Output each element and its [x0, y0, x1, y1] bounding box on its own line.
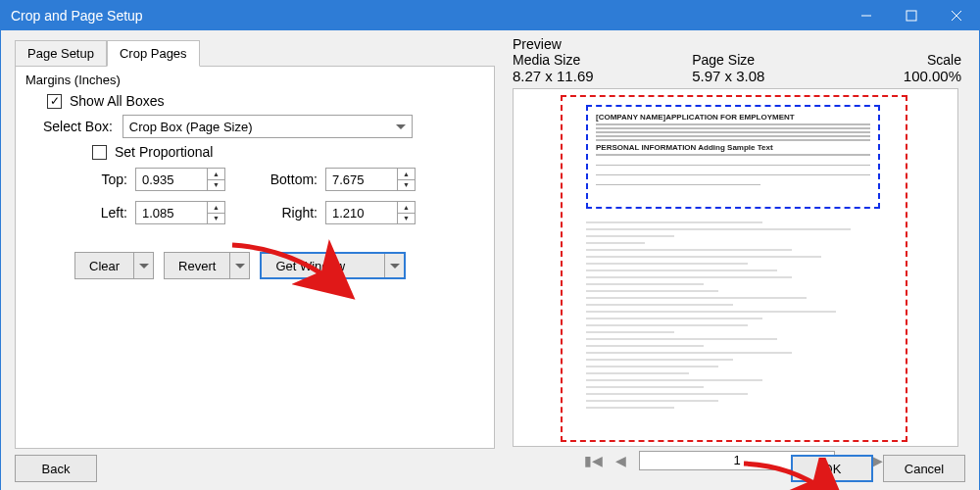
preview-label: Preview: [513, 36, 692, 52]
set-proportional-label: Set Proportional: [115, 144, 213, 160]
doc-body-ghost: [586, 217, 880, 414]
get-window-dropdown[interactable]: [384, 254, 404, 277]
revert-button[interactable]: Revert: [164, 252, 250, 279]
svg-rect-1: [906, 11, 916, 21]
clear-button[interactable]: Clear: [74, 252, 154, 279]
left-label: Left:: [65, 205, 127, 220]
tab-crop-pages[interactable]: Crop Pages: [107, 40, 200, 67]
window: Crop and Page Setup Page Setup Crop Page…: [0, 0, 980, 490]
revert-dropdown[interactable]: [229, 253, 249, 278]
set-proportional-checkbox[interactable]: Set Proportional: [92, 144, 484, 160]
left-value: 1.085: [136, 206, 207, 220]
ok-button[interactable]: OK: [791, 455, 873, 482]
maximize-button[interactable]: [889, 1, 934, 30]
tab-host: Page Setup Crop Pages Margins (Inches) S…: [15, 40, 495, 452]
show-all-boxes-checkbox[interactable]: Show All Boxes: [47, 93, 484, 109]
page-size-value: 5.97 x 3.08: [692, 68, 842, 84]
scale-value: 100.00%: [904, 68, 961, 84]
left-input[interactable]: 1.085 ▲▼: [135, 201, 225, 224]
margins-group-title: Margins (Inches): [25, 73, 484, 87]
right-value: 1.210: [326, 206, 397, 220]
window-title: Crop and Page Setup: [11, 8, 143, 24]
preview-panel: Preview Media Size 8.27 x 11.69 Page Siz…: [513, 36, 961, 470]
scale-label: Scale: [927, 52, 961, 68]
minimize-button[interactable]: [844, 1, 889, 30]
select-box-label: Select Box:: [43, 119, 113, 134]
bottom-value: 7.675: [326, 172, 397, 187]
top-input[interactable]: 0.935 ▲▼: [135, 168, 225, 191]
right-input[interactable]: 1.210 ▲▼: [325, 201, 416, 224]
clear-dropdown[interactable]: [133, 253, 153, 278]
close-button[interactable]: [934, 1, 979, 30]
media-size-value: 8.27 x 11.69: [513, 68, 692, 84]
preview-box: [COMPANY NAME]APPLICATION FOR EMPLOYMENT…: [513, 88, 958, 447]
titlebar: Crop and Page Setup: [1, 1, 979, 30]
show-all-boxes-label: Show All Boxes: [70, 93, 165, 109]
tab-page-setup[interactable]: Page Setup: [15, 40, 107, 67]
get-window-button[interactable]: Get Window: [260, 252, 406, 279]
cancel-button[interactable]: Cancel: [883, 455, 965, 482]
first-page-button[interactable]: ▮◀: [584, 452, 602, 469]
top-label: Top:: [65, 172, 127, 187]
select-box-dropdown[interactable]: Crop Box (Page Size): [122, 115, 413, 138]
doc-heading-2: PERSONAL INFORMATION Adding Sample Text: [596, 143, 870, 152]
bottom-input[interactable]: 7.675 ▲▼: [325, 168, 416, 191]
page-crop-region: [COMPANY NAME]APPLICATION FOR EMPLOYMENT…: [586, 105, 880, 209]
chevron-down-icon: [396, 124, 406, 129]
right-label: Right:: [255, 205, 318, 220]
top-value: 0.935: [136, 172, 207, 187]
doc-heading-1: [COMPANY NAME]APPLICATION FOR EMPLOYMENT: [596, 113, 870, 122]
prev-page-button[interactable]: ◀: [612, 452, 629, 469]
bottom-label: Bottom:: [255, 172, 318, 187]
crop-pages-panel: Margins (Inches) Show All Boxes Select B…: [15, 67, 495, 449]
select-box-value: Crop Box (Page Size): [129, 120, 253, 134]
media-size-label: Media Size: [513, 52, 692, 68]
page-size-label: Page Size: [692, 52, 842, 68]
back-button[interactable]: Back: [15, 455, 97, 482]
